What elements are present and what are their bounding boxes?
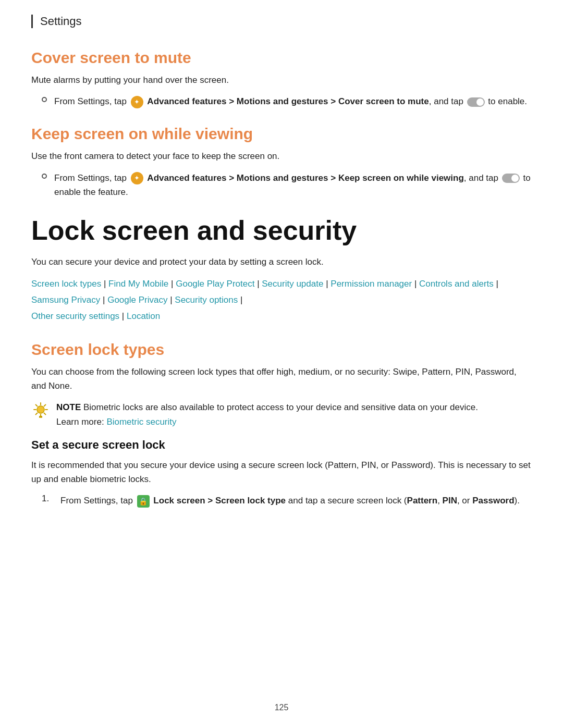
page-container: Settings Cover screen to mute Mute alarm… [0, 0, 563, 728]
link-screen-lock-types[interactable]: Screen lock types [31, 279, 101, 289]
set-secure-screen-lock-heading: Set a secure screen lock [31, 438, 532, 452]
note-text: Biometric locks are also available to pr… [56, 402, 478, 426]
section-lock-screen: Lock screen and security You can secure … [31, 216, 532, 324]
link-find-my-mobile[interactable]: Find My Mobile [108, 279, 168, 289]
note-box: NOTE Biometric locks are also available … [31, 400, 532, 428]
link-other-security-settings[interactable]: Other security settings [31, 311, 119, 321]
page-header: Settings [31, 15, 532, 28]
step-1-text: From Settings, tap Lock screen > Screen … [60, 493, 532, 508]
bullet-circle-icon-2 [42, 174, 47, 179]
toggle-switch-icon [467, 97, 485, 107]
gear-icon-2 [131, 172, 143, 184]
lock-screen-links: Screen lock types | Find My Mobile | Goo… [31, 276, 532, 324]
keep-screen-heading: Keep screen on while viewing [31, 125, 532, 143]
link-location[interactable]: Location [127, 311, 160, 321]
note-label: NOTE [56, 402, 81, 412]
svg-line-8 [36, 413, 38, 415]
screen-lock-types-heading: Screen lock types [31, 341, 532, 359]
link-samsung-privacy[interactable]: Samsung Privacy [31, 295, 100, 305]
svg-line-5 [36, 405, 38, 406]
svg-point-0 [37, 406, 44, 413]
keep-screen-description: Use the front camera to detect your face… [31, 149, 532, 163]
step-number-1: 1. [42, 493, 53, 504]
lock-screen-description: You can secure your device and protect y… [31, 255, 532, 269]
note-content: NOTE Biometric locks are also available … [56, 400, 478, 428]
svg-line-7 [44, 405, 46, 406]
toggle-switch-icon-2 [502, 174, 520, 183]
keep-screen-bullet: From Settings, tap Advanced features > M… [42, 171, 532, 199]
link-biometric-security[interactable]: Biometric security [106, 417, 176, 427]
page-header-title: Settings [40, 15, 82, 28]
note-lightbulb-icon [31, 401, 50, 420]
lock-screen-heading: Lock screen and security [31, 216, 532, 245]
screen-lock-types-description: You can choose from the following screen… [31, 365, 532, 393]
svg-line-6 [44, 413, 46, 415]
set-secure-screen-lock-description: It is recommended that you secure your d… [31, 458, 532, 486]
page-number: 125 [0, 703, 563, 712]
keep-screen-bullet-text: From Settings, tap Advanced features > M… [54, 171, 532, 199]
link-google-play-protect[interactable]: Google Play Protect [176, 279, 254, 289]
gear-icon [131, 96, 143, 108]
section-keep-screen: Keep screen on while viewing Use the fro… [31, 125, 532, 199]
lock-screen-icon [137, 495, 150, 508]
link-permission-manager[interactable]: Permission manager [331, 279, 412, 289]
section-cover-screen: Cover screen to mute Mute alarms by putt… [31, 49, 532, 108]
link-security-options[interactable]: Security options [175, 295, 238, 305]
section-screen-lock-types: Screen lock types You can choose from th… [31, 341, 532, 508]
cover-screen-description: Mute alarms by putting your hand over th… [31, 73, 532, 87]
cover-screen-heading: Cover screen to mute [31, 49, 532, 67]
link-security-update[interactable]: Security update [262, 279, 323, 289]
numbered-step-1: 1. From Settings, tap Lock screen > Scre… [42, 493, 532, 508]
cover-screen-bullet-text: From Settings, tap Advanced features > M… [54, 94, 532, 108]
link-google-privacy[interactable]: Google Privacy [107, 295, 167, 305]
bullet-circle-icon [42, 97, 47, 102]
link-controls-alerts[interactable]: Controls and alerts [419, 279, 494, 289]
cover-screen-bullet: From Settings, tap Advanced features > M… [42, 94, 532, 108]
